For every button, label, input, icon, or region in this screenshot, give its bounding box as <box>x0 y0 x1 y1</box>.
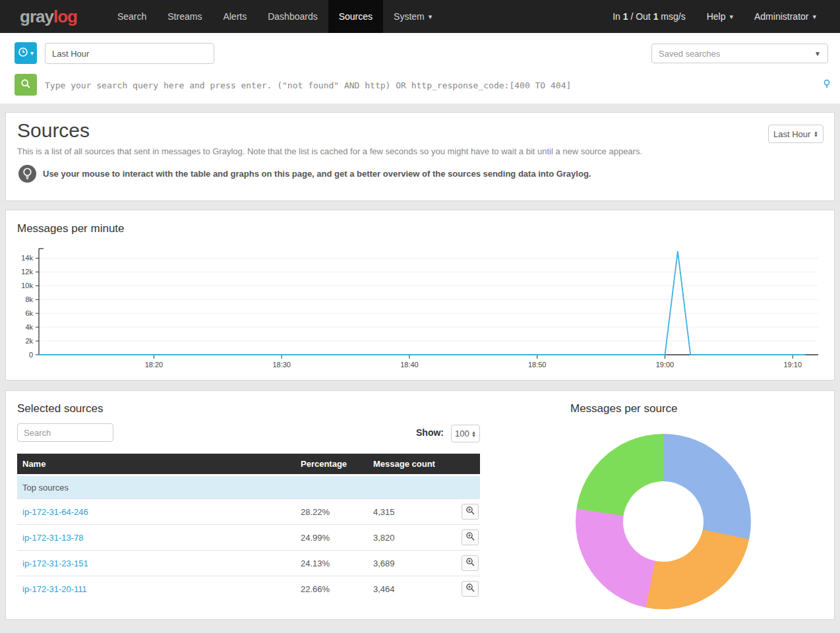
page-description: This is a list of all sources that sent … <box>17 146 642 156</box>
group-row-label: Top sources <box>17 483 301 493</box>
search-area: ▾ Saved searches ▼ <box>0 33 840 104</box>
magnifier-icon <box>20 78 31 91</box>
tip-text: Use your mouse to interact with the tabl… <box>43 169 591 179</box>
show-count-select[interactable]: 100 ▲▼ <box>451 425 480 442</box>
svg-text:2k: 2k <box>25 337 33 345</box>
select-arrows-icon: ▲▼ <box>814 131 818 137</box>
table-row: ip-172-31-20-11122.66%3,464 <box>17 576 480 601</box>
svg-text:14k: 14k <box>21 254 33 262</box>
sources-timerange-select[interactable]: Last Hour ▲▼ <box>768 125 824 143</box>
show-count-value: 100 <box>455 429 471 438</box>
source-message-count: 4,315 <box>373 507 451 517</box>
logo-gray-text: gray <box>20 7 53 27</box>
nav-item-label: System <box>394 11 425 22</box>
nav-item-dashboards[interactable]: Dashboards <box>257 0 328 33</box>
source-percentage: 22.66% <box>301 584 373 594</box>
sources-filter-input[interactable] <box>17 423 113 442</box>
svg-text:18:30: 18:30 <box>272 361 291 369</box>
column-header-message-count: Message count <box>373 459 451 469</box>
zoom-in-source-button[interactable] <box>462 504 479 520</box>
nav-item-sources[interactable]: Sources <box>328 0 383 33</box>
svg-text:18:40: 18:40 <box>400 361 419 369</box>
throughput-pre: In <box>613 11 623 22</box>
select-arrows-icon: ▲▼ <box>471 431 476 437</box>
donut-hole <box>623 481 704 562</box>
zoom-in-source-button[interactable] <box>462 529 479 545</box>
clock-icon <box>18 47 28 59</box>
saved-searches-dropdown[interactable]: Saved searches ▼ <box>651 44 828 63</box>
svg-text:19:10: 19:10 <box>783 361 802 369</box>
chevron-down-icon: ▾ <box>812 13 816 21</box>
messages-per-source-donut[interactable] <box>576 434 751 609</box>
source-link[interactable]: ip-172-31-13-78 <box>22 533 84 543</box>
svg-text:19:00: 19:00 <box>656 361 675 369</box>
nav-item-label: Search <box>117 11 146 22</box>
column-header-percentage: Percentage <box>301 459 373 469</box>
table-row: ip-172-31-23-15124.13%3,689 <box>17 550 480 576</box>
svg-text:6k: 6k <box>25 309 33 317</box>
messages-per-minute-title: Messages per minute <box>17 222 125 235</box>
search-query-input[interactable] <box>45 75 810 96</box>
page-title: Sources <box>17 119 90 142</box>
sources-table: Name Percentage Message count Top source… <box>17 454 480 601</box>
chevron-down-icon: ▾ <box>429 13 433 21</box>
chevron-down-icon: ▾ <box>729 13 733 21</box>
nav-item-system[interactable]: System▾ <box>383 0 442 33</box>
messages-per-minute-panel: Messages per minute 02k4k6k8k10k12k14k18… <box>5 210 835 380</box>
magnifier-plus-icon <box>465 557 475 569</box>
user-menu[interactable]: Administrator ▾ <box>744 0 827 33</box>
svg-text:18:20: 18:20 <box>145 361 164 369</box>
nav-item-alerts[interactable]: Alerts <box>212 0 257 33</box>
timerange-input[interactable] <box>45 43 214 64</box>
source-percentage: 28.22% <box>301 507 373 517</box>
sources-table-rows: ip-172-31-64-24628.22%4,315ip-172-31-13-… <box>17 498 480 601</box>
user-label: Administrator <box>754 11 808 22</box>
nav-item-label: Alerts <box>223 11 247 22</box>
source-link[interactable]: ip-172-31-64-246 <box>22 507 88 517</box>
magnifier-plus-icon <box>465 583 475 595</box>
nav-items: SearchStreamsAlertsDashboardsSourcesSyst… <box>107 0 442 33</box>
svg-text:12k: 12k <box>21 268 33 276</box>
column-header-name: Name <box>17 459 301 469</box>
throughput-post: msg/s <box>658 11 685 22</box>
svg-text:8k: 8k <box>25 295 33 303</box>
show-label: Show: <box>416 427 444 438</box>
throughput-mid: / Out <box>628 11 653 22</box>
nav-right: In 1 / Out 1 msg/s Help ▾ Administrator … <box>602 0 827 33</box>
magnifier-plus-icon <box>465 531 475 543</box>
source-percentage: 24.99% <box>301 533 373 543</box>
source-message-count: 3,689 <box>373 558 451 568</box>
nav-item-label: Dashboards <box>268 11 318 22</box>
bottom-panel: Selected sources Show: 100 ▲▼ Name Perce… <box>5 390 835 620</box>
sources-timerange-value: Last Hour <box>773 129 814 139</box>
magnifier-plus-icon <box>465 506 475 518</box>
nav-item-search[interactable]: Search <box>107 0 157 33</box>
zoom-in-source-button[interactable] <box>462 555 479 571</box>
zoom-in-source-button[interactable] <box>462 581 479 597</box>
graylog-logo[interactable]: graylog <box>20 0 77 33</box>
messages-per-minute-chart[interactable]: 02k4k6k8k10k12k14k18:2018:3018:4018:5019… <box>6 245 834 382</box>
svg-text:10k: 10k <box>21 282 33 289</box>
svg-text:0: 0 <box>29 351 33 359</box>
table-row: ip-172-31-64-24628.22%4,315 <box>17 498 480 524</box>
table-header: Name Percentage Message count <box>17 454 480 474</box>
selected-sources-title: Selected sources <box>17 402 103 415</box>
logo-log-text: log <box>53 7 77 27</box>
messages-per-source-title: Messages per source <box>570 402 678 415</box>
nav-item-label: Streams <box>167 11 202 22</box>
source-link[interactable]: ip-172-31-20-111 <box>22 584 87 594</box>
navbar: graylog SearchStreamsAlertsDashboardsSou… <box>0 0 840 33</box>
throughput-indicator[interactable]: In 1 / Out 1 msg/s <box>602 0 696 33</box>
search-submit-button[interactable] <box>15 74 37 96</box>
source-percentage: 24.13% <box>301 558 373 568</box>
lightbulb-icon <box>18 165 36 183</box>
query-help-lightbulb-icon[interactable] <box>822 79 831 92</box>
help-label: Help <box>707 11 726 22</box>
timerange-type-button[interactable]: ▾ <box>15 42 37 64</box>
svg-text:18:50: 18:50 <box>528 361 547 369</box>
source-link[interactable]: ip-172-31-23-151 <box>22 558 88 568</box>
help-menu[interactable]: Help ▾ <box>696 0 744 33</box>
nav-item-streams[interactable]: Streams <box>157 0 212 33</box>
group-row-top-sources: Top sources <box>17 476 480 498</box>
throughput-in-value: 1 <box>623 11 628 22</box>
